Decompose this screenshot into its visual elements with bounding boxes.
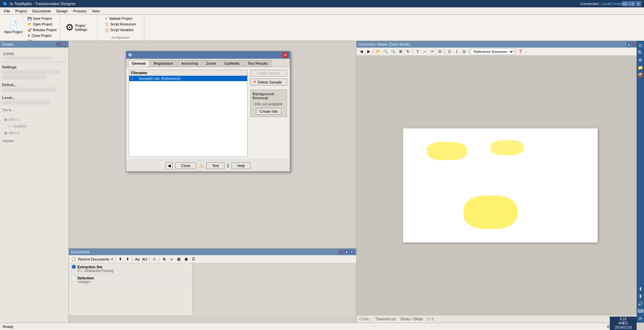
- selection-value: <empty>: [77, 280, 190, 284]
- reference-doc-select[interactable]: Reference Document: [471, 48, 514, 55]
- viewer-sep-5: [516, 49, 516, 54]
- details-close-button[interactable]: ✕: [62, 42, 66, 47]
- sidebar-icon-keyboard[interactable]: ⌨: [637, 308, 643, 314]
- open-project-button[interactable]: 📂 Open Project: [26, 22, 58, 27]
- documents-panel-header: Documents 📌 ▲ ✕: [69, 249, 356, 255]
- sidebar-icon-search[interactable]: 🔍: [637, 50, 643, 56]
- tab-registration[interactable]: Registration: [150, 60, 177, 67]
- script-variables-button[interactable]: 📋 Script Variables: [104, 28, 135, 33]
- viewer-tool-6[interactable]: ⟩: [453, 48, 460, 55]
- doc-tool-3[interactable]: Aa: [134, 256, 141, 263]
- viewer-tool-3[interactable]: ✂: [429, 48, 436, 55]
- location-label: Locat...: [2, 96, 66, 100]
- viewer-tool-7[interactable]: ◎: [461, 48, 468, 55]
- viewer-nav-prev[interactable]: ◀: [358, 48, 365, 55]
- validate-project-button[interactable]: ✓ Validate Project: [104, 16, 133, 21]
- doc-view-3[interactable]: ▦: [175, 256, 182, 263]
- sidebar-icon-scroll-up[interactable]: ⬆: [637, 286, 643, 292]
- warning-icon: ⚠: [199, 163, 204, 169]
- menu-view[interactable]: View: [89, 7, 103, 14]
- connection-link[interactable]: LocalConnectSSL: [601, 2, 631, 6]
- viewer-tool-2[interactable]: ─: [422, 48, 428, 55]
- doc-view-2[interactable]: ≡: [168, 256, 175, 263]
- sidebar-icon-folder[interactable]: 📁: [637, 64, 643, 70]
- connection-arrows: ⟨⟩: [632, 2, 635, 6]
- tab-anchoring[interactable]: Anchoring: [178, 60, 202, 67]
- sidebar-icon-speaker[interactable]: 🔊: [637, 300, 643, 307]
- doc-tool-4[interactable]: AO: [141, 256, 148, 263]
- dialog-close-button[interactable]: ✕: [282, 52, 288, 58]
- app-title: 3x TotalAgility - Transformation Designe…: [9, 2, 75, 6]
- center-panel: ⚙ ✕ General Registration Anchoring Zones…: [69, 41, 356, 323]
- viewer-tool-1[interactable]: T: [414, 48, 421, 55]
- toolbar-sep-4: [159, 257, 159, 262]
- help-button[interactable]: Help: [231, 162, 251, 169]
- menu-documents[interactable]: Documents: [30, 7, 54, 14]
- sidebar-icon-box[interactable]: 📦: [637, 72, 643, 78]
- release-project-button[interactable]: 🚀 Release Project: [26, 28, 58, 33]
- doc-view-1[interactable]: ⊞: [161, 256, 167, 263]
- sidebar-icon-scroll-down[interactable]: ⬇: [637, 293, 643, 299]
- menu-process[interactable]: Process: [70, 7, 89, 14]
- script-resources-button[interactable]: 📜 Script Resources: [104, 22, 137, 27]
- save-project-button[interactable]: 💾 Save Project: [26, 16, 58, 21]
- new-project-button[interactable]: 📄 New Project: [2, 19, 25, 36]
- insert-sample-button[interactable]: Insert Sample: [250, 70, 287, 76]
- tab-zones[interactable]: Zones: [202, 60, 220, 67]
- close-proj-icon: ✕: [28, 34, 30, 38]
- viewer-sep-3: [444, 49, 445, 54]
- viewer-open[interactable]: 📂: [375, 48, 382, 55]
- doc-tool-2[interactable]: ⬆: [124, 256, 131, 263]
- viewer-help[interactable]: ❓: [517, 48, 524, 55]
- viewer-nav-next[interactable]: ▶: [365, 48, 372, 55]
- documents-toolbar: 📋 Recent Documents ▼ ⬇ ⬆ Aa AO ⚠ ⊞ ≡ ▦ ▣…: [69, 255, 356, 263]
- docs-arrow-button[interactable]: ▲: [344, 250, 349, 254]
- extraction-set-item[interactable]: 🔵 Extraction Set C:\...#ExtractionTraini…: [69, 263, 193, 274]
- sidebar-icon-settings[interactable]: ⚙: [637, 57, 643, 63]
- menu-project[interactable]: Project: [13, 7, 30, 14]
- doc-view-5[interactable]: ☰: [190, 256, 197, 263]
- file-list-panel: Filename 1 Sample0.xdc (Reference): [129, 70, 248, 157]
- dropdown-arrow[interactable]: ▼: [110, 257, 114, 261]
- tab-general[interactable]: General: [128, 60, 149, 67]
- details-pin-button[interactable]: 📌: [56, 42, 61, 47]
- toolbar-sep-2: [132, 257, 132, 262]
- viewer-pin-button[interactable]: 📌: [632, 42, 637, 47]
- selection-icon: 📄: [71, 276, 76, 280]
- docs-close-button[interactable]: ✕: [350, 250, 354, 254]
- delete-sample-button[interactable]: ✕ Delete Sample: [250, 78, 287, 86]
- doc-tool-5[interactable]: ⚠: [151, 256, 158, 263]
- test-button[interactable]: Test: [206, 162, 224, 169]
- viewer-fit[interactable]: ⊞: [397, 48, 404, 55]
- viewer-arrow-button[interactable]: ▲: [627, 42, 631, 47]
- close-project-button[interactable]: ✕ Close Project: [26, 33, 58, 38]
- viewer-tool-5[interactable]: ⟨⟩: [446, 48, 453, 55]
- selection-item[interactable]: 📄 Selection <empty>: [69, 274, 193, 285]
- prev-button[interactable]: ◀: [165, 162, 173, 169]
- project-settings-button[interactable]: ⚙ Project Settings: [63, 20, 94, 35]
- status-bar: Ready ExtractionGroup: [0, 323, 637, 330]
- filename-column-header: Filename: [129, 70, 247, 76]
- sidebar-icon-text-size[interactable]: A: [637, 315, 643, 321]
- file-name-0: Sample0.xdc (Reference): [139, 76, 180, 80]
- tab-test-results[interactable]: Test Results: [244, 60, 271, 67]
- create-info-button[interactable]: Create Info: [256, 108, 281, 115]
- sidebar-icon-window[interactable]: ⊡: [637, 42, 643, 48]
- save-icon: 💾: [28, 17, 32, 20]
- menu-design[interactable]: Design: [54, 7, 70, 14]
- viewer-rotate[interactable]: ↻: [405, 48, 411, 55]
- doc-tool-1[interactable]: ⬇: [117, 256, 123, 263]
- close-button[interactable]: ✕: [635, 1, 641, 6]
- viewer-tool-4[interactable]: ⊡: [436, 48, 443, 55]
- menu-file[interactable]: File: [1, 7, 13, 14]
- title-bar: 🔷 3x TotalAgility - Transformation Desig…: [0, 0, 644, 7]
- loca-title-blurred: Loca: [3, 51, 65, 56]
- docs-pin-button[interactable]: 📌: [339, 250, 343, 254]
- zone-blob-1: [427, 142, 467, 160]
- tab-subfields[interactable]: Subfields: [221, 60, 243, 67]
- close-dialog-button[interactable]: Close: [175, 162, 196, 169]
- viewer-zoom-out[interactable]: 🔍: [390, 48, 396, 55]
- file-list-item-0[interactable]: 1 Sample0.xdc (Reference): [129, 76, 247, 81]
- viewer-zoom-in[interactable]: 🔍: [382, 48, 389, 55]
- doc-view-4[interactable]: ▣: [183, 256, 190, 263]
